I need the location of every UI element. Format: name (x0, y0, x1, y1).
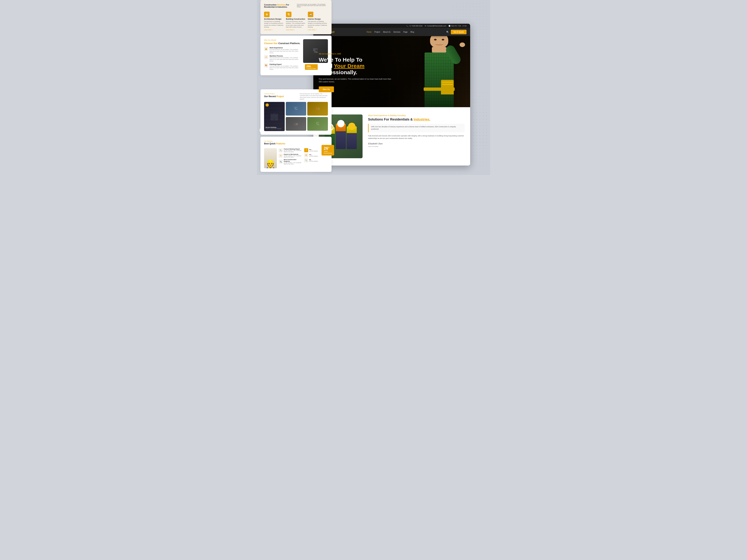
hero-title-line3: Professionally. (319, 69, 357, 75)
project-item-2[interactable]: 🏗 (286, 102, 306, 115)
badge-number: 250. (306, 65, 316, 68)
machine-icon: ⚙ (264, 55, 268, 59)
search-icon[interactable]: 🔍 (446, 31, 449, 33)
interior-desc: Full spectrum of building, design & remo… (308, 21, 328, 28)
choose-item-experience: 👷 Work Experience First and foremost, we… (264, 47, 301, 54)
hero-title: We're To Help To Build Your Dream Profes… (319, 57, 392, 76)
nav-home[interactable]: Home (366, 31, 371, 33)
building-icon: 🏗 (286, 12, 291, 17)
top-bar: f t in G+ 📞 +1 7108-999-3232 ✉ Contact@F… (313, 24, 470, 28)
building-learn-more[interactable]: Learn More > (286, 29, 306, 31)
project-item-5[interactable]: 🏗 (307, 117, 328, 131)
project-pre-title: Contruct Project (264, 93, 298, 95)
interior-learn-more[interactable]: Learn More > (308, 29, 328, 31)
phone-number: +1 7108-999-3232 (409, 25, 422, 27)
building-title: Building Construction (286, 18, 306, 20)
nav-services[interactable]: Services (393, 31, 400, 33)
about-ceo: Elizabeth Chen CEO & Founder (368, 142, 465, 147)
service-item-interior: 🏠 Interior Design Full spectrum of build… (308, 12, 328, 31)
email-info: ✉ Contact@Fleexstudio.com (425, 25, 446, 27)
card-services: Construction Services For Residential & … (260, 0, 332, 34)
features-list-left: 🔧 Fastest Welding Repair we are builders… (279, 148, 302, 168)
welding-title: Fastest Welding Repair (284, 148, 302, 150)
get-quote-button[interactable]: Get A Quote (451, 30, 466, 34)
tool-bag (441, 80, 454, 95)
nav-actions: 🔍 Get A Quote (446, 30, 466, 34)
mechanical-icon: ⚙ (279, 154, 283, 158)
hero-pre-title: We are established in 1998 (319, 53, 392, 55)
experience-icon: 👷 (264, 47, 268, 51)
welding-desc: we are builders. The combined talent of … (284, 150, 302, 152)
main-website: f t in G+ 📞 +1 7108-999-3232 ✉ Contact@F… (313, 24, 470, 165)
about-section: 26+ YearsExperience About Great Experien… (313, 107, 470, 165)
choose-highlight: Choose Our (264, 42, 278, 45)
project-item-3[interactable]: 🏭 (307, 102, 328, 115)
badge-label: Complete Project (306, 68, 316, 69)
architecture-icon: 🏛 (264, 12, 269, 17)
services-highlight: Services (277, 4, 285, 6)
building-desc: First and foremost, we are builders. The… (286, 21, 306, 28)
project-item-4[interactable]: 🚛 (286, 117, 306, 131)
engineer-title: Best Construction Engineer (284, 159, 302, 162)
choose-pre-title: Why You Should (264, 39, 301, 41)
architecture-desc: Full spectrum of building, design & remo… (264, 21, 284, 28)
hero-title-highlight: Your Dream (334, 63, 365, 69)
painting-desc: First and foremost, we are builders. The… (269, 65, 301, 70)
about-pre-title: About Great Experience In Building Consu… (368, 114, 465, 116)
features-content: 👷 🔧 Fastest Welding Repair we are builde… (264, 148, 328, 168)
painting-title: Painting Expert (269, 63, 301, 65)
phone-info: 📞 +1 7108-999-3232 (406, 25, 422, 27)
engineer-icon: 🔩 (279, 160, 283, 164)
service-item-building: 🏗 Building Construction First and foremo… (286, 12, 306, 31)
feature-welding: 🔧 Fastest Welding Repair we are builders… (279, 148, 302, 152)
choose-item-painting: 🎨 Painting Expert First and foremost, we… (264, 63, 301, 70)
feature-engineer: 🔩 Best Construction Engineer we are buil… (279, 159, 302, 165)
interior-title: Interior Design (308, 18, 328, 20)
machine-desc: First and foremost, we are builders. The… (269, 57, 301, 62)
fa-icon: 🏗 (304, 153, 308, 157)
worker-hand (460, 43, 465, 47)
navbar: 🏗 Construct Home Project About Us Servic… (313, 28, 470, 36)
project-highlight: Project (277, 95, 284, 98)
hours-info: 🕐 Mon-Fri: 7:00 - 17:00 (448, 25, 466, 27)
w-icon: 🔧 (304, 158, 308, 162)
about-quote: With over two decades of industry experi… (368, 124, 465, 132)
features-worker-image: 👷 (264, 148, 277, 168)
mechanical-title: Expert In Mechanical (284, 154, 302, 155)
hero-description: First and foremost, we are builders. The… (319, 78, 392, 83)
about-text: About Great Experience In Building Consu… (368, 114, 465, 147)
project-description: First and foremost, we are builders. The… (300, 93, 328, 100)
worker-face (430, 36, 448, 48)
engineer-desc: we are builders. The combined talent of … (284, 162, 302, 165)
project-grid: 🏢 ↗ Mortar Building Building, Constructi… (264, 102, 328, 131)
nav-about[interactable]: About Us (383, 31, 390, 33)
fast-service-icon: 🔑 (304, 148, 308, 152)
hero-worker (421, 40, 466, 107)
email-icon: ✉ (425, 25, 426, 27)
email-address: Contact@Fleexstudio.com (427, 25, 446, 27)
services-description: First and foremost, we are builders. The… (297, 4, 328, 10)
architecture-learn-more[interactable]: Learn More > (264, 29, 284, 31)
nav-project[interactable]: Project (375, 31, 380, 33)
nav-page[interactable]: Page (403, 31, 407, 33)
hero-content: We are established in 1998 We're To Help… (319, 53, 392, 92)
hero-title-line2: Build (319, 63, 334, 69)
card-features: Our Services Best Quick Features 👷 🔧 Fas… (260, 137, 332, 172)
mortar-title: Mortar Building (265, 127, 281, 128)
machine-title: Machine Process (269, 55, 301, 57)
feature-w: 🔧 W... we are builders. (304, 158, 328, 162)
business-hours: Mon-Fri: 7:00 - 17:00 (451, 25, 466, 27)
architecture-title: Architecture Design (264, 18, 284, 20)
project-item-mortar[interactable]: 🏢 ↗ Mortar Building Building, Constructi… (264, 102, 285, 131)
hero-section: We are established in 1998 We're To Help… (313, 36, 470, 107)
mortar-subtitle: Building, Construction, Industrial (265, 128, 281, 129)
feature-mechanical: ⚙ Expert In Mechanical we are builders. … (279, 154, 302, 158)
nav-links: Home Project About Us Services Page Blog (366, 31, 414, 33)
nav-blog[interactable]: Blog (411, 31, 414, 33)
experience-badge: 26+ YearsExperience (321, 145, 334, 156)
about-highlight: Industries. (414, 117, 430, 121)
service-item-architecture: 🏛 Architecture Design Full spectrum of b… (264, 12, 284, 31)
hire-us-button[interactable]: Hire Us (319, 86, 334, 92)
ceo-title: CEO & Founder (368, 145, 465, 147)
welding-icon: 🔧 (279, 149, 283, 152)
